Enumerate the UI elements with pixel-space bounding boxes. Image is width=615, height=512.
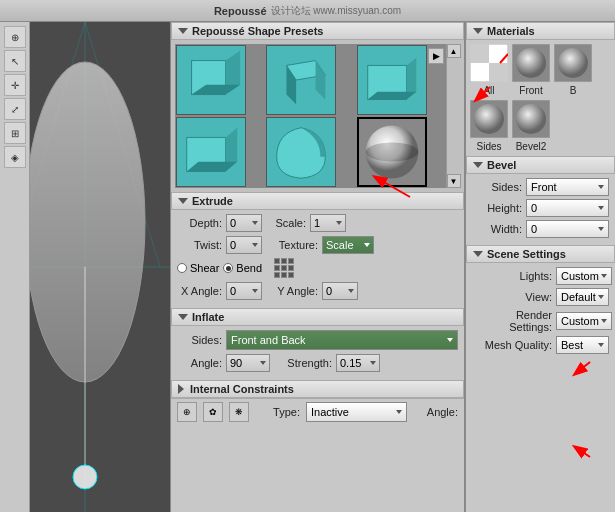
material-all-icon [470,44,508,82]
materials-title: Materials [487,25,535,37]
constraint-options-btn[interactable]: ✿ [203,402,223,422]
svg-rect-31 [470,44,489,63]
depth-label: Depth: [177,217,222,229]
main-panel: Repoussé Shape Presets [170,22,465,512]
material-all[interactable]: All [470,44,508,96]
bevel-height-label: Height: [472,202,522,214]
bevel-width-select[interactable]: 0 [526,220,609,238]
lights-select[interactable]: Custom [556,267,612,285]
preset-item-1[interactable] [176,45,246,115]
bevel-header: Bevel [466,156,615,174]
texture-select[interactable]: Scale [322,236,374,254]
view-label: View: [472,291,552,303]
materials-collapse-icon[interactable] [473,28,483,34]
extrude-collapse-icon[interactable] [178,198,188,204]
angle-strength-row: Angle: 90 Strength: 0.15 [177,354,458,372]
scroll-down-btn[interactable]: ▼ [447,174,461,188]
material-sides[interactable]: Sides [470,100,508,152]
twist-texture-row: Twist: 0 Texture: Scale [177,236,458,254]
material-b-label: B [554,85,592,96]
mesh-quality-row: Mesh Quality: Best [472,336,609,354]
preset-item-4[interactable] [176,117,246,187]
render-settings-row: Render Settings: Custom [472,309,609,333]
bend-radio[interactable]: Bend [223,262,262,274]
presets-grid [175,44,446,188]
preset-item-2[interactable] [266,45,336,115]
scale-label: Scale: [266,217,306,229]
angle-bottom-label: Angle: [413,406,458,418]
material-all-label: All [470,85,508,96]
view-select[interactable]: Default [556,288,609,306]
texture-label: Texture: [266,239,318,251]
render-settings-select[interactable]: Custom [556,312,612,330]
lights-row: Lights: Custom [472,267,609,285]
material-sides-icon [470,100,508,138]
toolbar-move-icon[interactable]: ⊕ [4,26,26,48]
toolbar-crosshair-icon[interactable]: ✛ [4,74,26,96]
inflate-collapse-icon[interactable] [178,314,188,320]
yangle-input[interactable]: 0 [322,282,358,300]
mesh-quality-label: Mesh Quality: [472,339,552,351]
angle-label: Angle: [177,357,222,369]
twist-input[interactable]: 0 [226,236,262,254]
svg-point-39 [474,104,504,134]
presets-nav-btn[interactable]: ▶ [428,48,444,64]
yangle-label: Y Angle: [266,285,318,297]
app-title: Repoussé [214,5,267,17]
scene-settings-header: Scene Settings [466,245,615,263]
bevel-width-label: Width: [472,223,522,235]
constraint-btn3[interactable]: ❋ [229,402,249,422]
bevel-sides-select[interactable]: Front [526,178,609,196]
strength-input[interactable]: 0.15 [336,354,380,372]
preset-item-3[interactable] [357,45,427,115]
presets-collapse-icon[interactable] [178,28,188,34]
preset-item-6[interactable] [357,117,427,187]
toolbar-grid-icon[interactable]: ⊞ [4,122,26,144]
extrude-header: Extrude [171,192,464,210]
title-bar: Repoussé 设计论坛 www.missyuan.com [0,0,615,22]
bevel-section: Sides: Front Height: 0 Width: 0 [466,174,615,245]
depth-input[interactable]: 0 [226,214,262,232]
scale-input[interactable]: 1 [310,214,346,232]
internal-constraints-title: Internal Constraints [190,383,294,395]
material-b-icon [554,44,592,82]
material-front-label: Front [512,85,550,96]
sides-select[interactable]: Front and Back [226,330,458,350]
internal-constraints-icon[interactable] [178,384,184,394]
type-select[interactable]: Inactive [306,402,407,422]
add-constraint-btn[interactable]: ⊕ [177,402,197,422]
extrude-title: Extrude [192,195,233,207]
toolbar-expand-icon[interactable]: ⤢ [4,98,26,120]
angles-row: X Angle: 0 Y Angle: 0 [177,282,458,300]
toolbar-cube-icon[interactable]: ◈ [4,146,26,168]
shear-label: Shear [190,262,219,274]
material-b[interactable]: B [554,44,592,96]
scroll-up-btn[interactable]: ▲ [447,44,461,58]
materials-grid: All Front [470,44,611,152]
xangle-input[interactable]: 0 [226,282,262,300]
material-front[interactable]: Front [512,44,550,96]
inflate-title: Inflate [192,311,224,323]
internal-constraints-header: Internal Constraints [171,380,464,398]
preset-item-5[interactable] [266,117,336,187]
bevel-title: Bevel [487,159,516,171]
svg-point-35 [516,48,546,78]
render-settings-label: Render Settings: [472,309,552,333]
toolbar-arrow-icon[interactable]: ↖ [4,50,26,72]
material-bevel2[interactable]: Bevel2 [512,100,550,152]
bevel-collapse-icon[interactable] [473,162,483,168]
materials-section: All Front [466,40,615,156]
lights-label: Lights: [472,270,552,282]
scene-settings-section: Lights: Custom View: Default Render Sett… [466,263,615,361]
shear-radio[interactable]: Shear [177,262,219,274]
bevel-width-row: Width: 0 [472,220,609,238]
inflate-header: Inflate [171,308,464,326]
bevel-height-select[interactable]: 0 [526,199,609,217]
mesh-quality-select[interactable]: Best [556,336,609,354]
angle-input[interactable]: 90 [226,354,270,372]
bottom-controls: ⊕ ✿ ❋ Type: Inactive Angle: [171,398,464,425]
materials-header: Materials [466,22,615,40]
svg-point-41 [516,104,546,134]
scene-settings-collapse-icon[interactable] [473,251,483,257]
material-bevel2-icon [512,100,550,138]
